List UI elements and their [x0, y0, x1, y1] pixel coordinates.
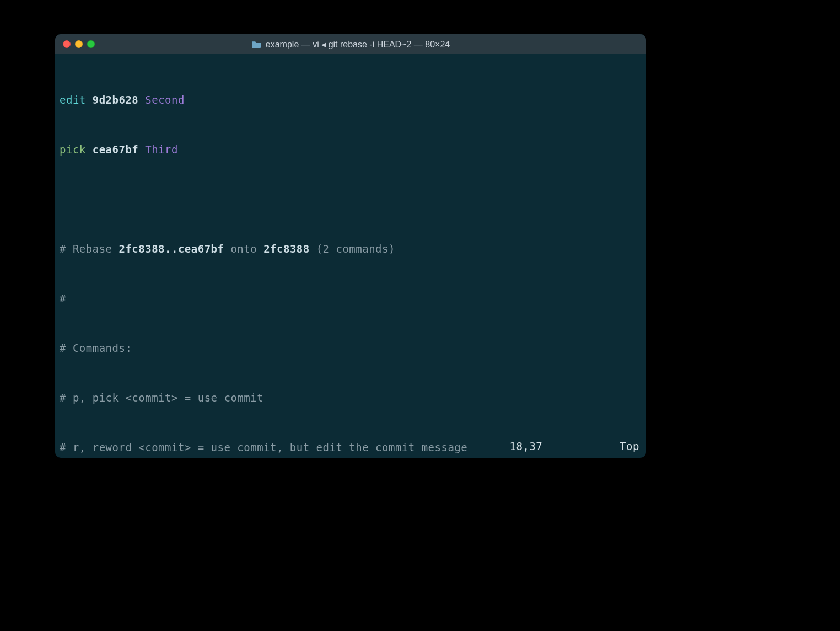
- rebase-todo-line: pick cea67bf Third: [60, 141, 642, 158]
- close-icon[interactable]: [63, 40, 71, 48]
- rebase-command: pick: [60, 143, 86, 156]
- commit-subject: Second: [145, 94, 185, 106]
- commit-subject: Third: [145, 143, 178, 156]
- window-title: example — vi ◂ git rebase -i HEAD~2 — 80…: [266, 39, 450, 50]
- rebase-todo-line: edit 9d2b628 Second: [60, 92, 642, 108]
- minimize-icon[interactable]: [75, 40, 83, 48]
- folder-icon: [251, 40, 261, 48]
- terminal-body[interactable]: edit 9d2b628 Second pick cea67bf Third #…: [55, 54, 646, 458]
- rebase-command: edit: [60, 94, 86, 106]
- commit-hash: 9d2b628: [93, 94, 139, 106]
- titlebar: example — vi ◂ git rebase -i HEAD~2 — 80…: [55, 34, 646, 54]
- maximize-icon[interactable]: [87, 40, 95, 48]
- vi-scroll-indicator: Top: [620, 440, 639, 452]
- blank-line: [60, 191, 642, 207]
- comment-line: #: [60, 290, 642, 307]
- traffic-lights: [63, 40, 95, 48]
- comment-line: # Commands:: [60, 340, 642, 356]
- rebase-header: # Rebase 2fc8388..cea67bf onto 2fc8388 (…: [60, 240, 642, 257]
- vi-status-line: 18,37 Top: [62, 440, 639, 452]
- commit-hash: cea67bf: [93, 143, 139, 156]
- comment-line: # p, pick <commit> = use commit: [60, 389, 642, 406]
- terminal-window[interactable]: example — vi ◂ git rebase -i HEAD~2 — 80…: [55, 34, 646, 458]
- vi-cursor-position: 18,37: [509, 440, 542, 452]
